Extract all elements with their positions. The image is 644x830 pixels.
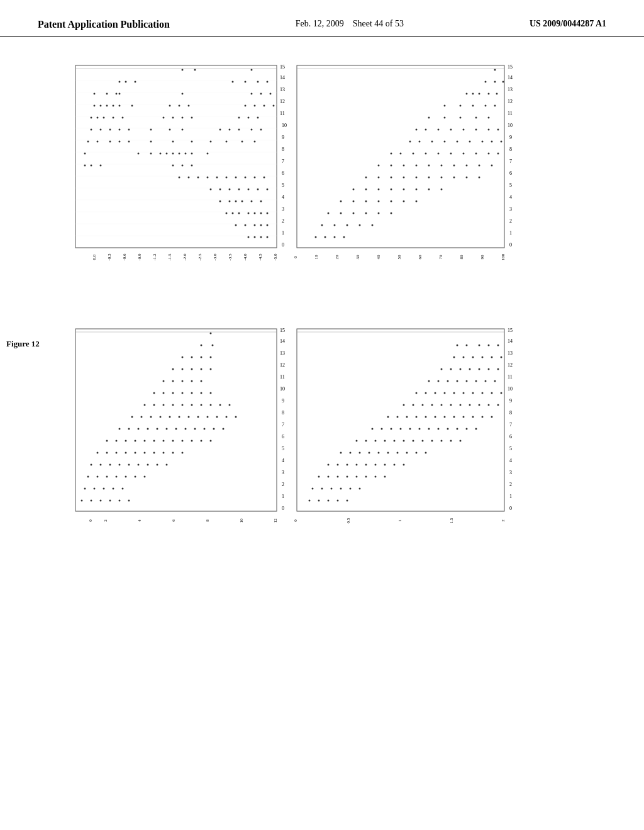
svg-point-107 — [128, 141, 130, 143]
svg-point-290 — [347, 224, 348, 226]
svg-point-517 — [391, 428, 392, 430]
svg-point-505 — [406, 416, 408, 418]
svg-point-241 — [438, 153, 440, 155]
svg-point-287 — [391, 213, 392, 214]
svg-point-151 — [242, 201, 243, 202]
svg-text:12: 12 — [280, 99, 285, 104]
svg-point-378 — [194, 428, 196, 430]
svg-point-289 — [334, 224, 336, 226]
svg-point-565 — [384, 476, 386, 478]
svg-text:6: 6 — [509, 434, 512, 440]
svg-text:8: 8 — [509, 147, 512, 152]
svg-point-416 — [116, 476, 118, 478]
svg-point-576 — [347, 500, 348, 502]
svg-point-351 — [172, 404, 174, 406]
svg-point-391 — [191, 440, 193, 442]
svg-point-137 — [235, 177, 237, 179]
svg-point-138 — [245, 177, 247, 179]
svg-point-126 — [91, 165, 92, 167]
svg-point-332 — [182, 368, 184, 370]
svg-text:20: 20 — [335, 255, 340, 260]
svg-point-56 — [267, 81, 269, 83]
svg-text:0.0: 0.0 — [92, 254, 97, 260]
svg-point-148 — [219, 201, 221, 202]
svg-point-66 — [100, 105, 102, 107]
svg-point-411 — [157, 464, 158, 466]
svg-point-564 — [375, 476, 377, 478]
svg-point-524 — [457, 428, 458, 430]
svg-text:30: 30 — [355, 255, 360, 260]
svg-point-537 — [450, 440, 452, 442]
svg-text:2: 2 — [501, 519, 506, 522]
svg-text:0: 0 — [293, 256, 298, 258]
svg-point-160 — [267, 213, 269, 214]
svg-point-296 — [343, 236, 345, 238]
svg-text:12: 12 — [280, 362, 285, 368]
svg-point-383 — [116, 440, 118, 442]
svg-point-106 — [119, 141, 121, 143]
svg-point-71 — [169, 105, 171, 107]
sheet-info: Sheet 44 of 53 — [353, 19, 404, 28]
svg-rect-431 — [297, 329, 504, 511]
svg-point-496 — [441, 404, 443, 406]
svg-text:-0.6: -0.6 — [122, 253, 127, 261]
svg-point-279 — [391, 201, 392, 202]
svg-text:6: 6 — [282, 434, 284, 440]
svg-point-211 — [460, 105, 462, 107]
svg-point-488 — [472, 392, 474, 394]
svg-text:-2.0: -2.0 — [182, 253, 187, 261]
svg-text:7: 7 — [509, 422, 512, 428]
svg-text:Soil water content (%): Soil water content (%) — [148, 536, 205, 536]
svg-point-390 — [182, 440, 184, 442]
svg-text:1: 1 — [397, 519, 402, 522]
svg-text:12: 12 — [508, 362, 513, 368]
svg-point-553 — [365, 464, 367, 466]
svg-point-89 — [257, 117, 259, 119]
svg-point-509 — [444, 416, 446, 418]
svg-point-551 — [347, 464, 348, 466]
svg-point-349 — [153, 404, 155, 406]
svg-point-88 — [248, 117, 250, 119]
svg-point-221 — [425, 129, 427, 131]
svg-point-357 — [229, 404, 231, 406]
svg-point-235 — [491, 141, 493, 143]
svg-point-534 — [422, 440, 424, 442]
svg-point-264 — [453, 177, 455, 179]
svg-point-528 — [365, 440, 367, 442]
svg-point-146 — [257, 189, 259, 191]
svg-point-477 — [457, 380, 458, 382]
svg-point-574 — [328, 500, 330, 502]
svg-point-97 — [182, 129, 184, 131]
page-header: Patent Application Publication Feb. 12, … — [0, 0, 644, 37]
svg-point-429 — [119, 500, 121, 502]
svg-text:11: 11 — [508, 111, 513, 116]
svg-point-114 — [254, 141, 256, 143]
svg-point-424 — [122, 488, 124, 490]
svg-text:2: 2 — [509, 482, 512, 487]
svg-point-145 — [248, 189, 250, 191]
svg-point-217 — [460, 117, 462, 119]
svg-text:4: 4 — [509, 194, 512, 200]
svg-point-274 — [441, 189, 443, 191]
svg-text:3: 3 — [509, 470, 512, 475]
svg-point-212 — [472, 105, 474, 107]
svg-point-142 — [219, 189, 221, 191]
svg-point-504 — [397, 416, 399, 418]
svg-point-539 — [340, 452, 342, 454]
svg-point-268 — [365, 189, 367, 191]
svg-point-569 — [340, 488, 342, 490]
svg-point-425 — [81, 500, 83, 502]
svg-point-473 — [497, 368, 499, 370]
svg-point-144 — [238, 189, 240, 191]
svg-text:0: 0 — [282, 242, 284, 248]
svg-point-336 — [163, 380, 165, 382]
svg-point-276 — [353, 201, 355, 202]
publication-date-sheet: Feb. 12, 2009 Sheet 44 of 53 — [296, 19, 404, 29]
svg-point-77 — [273, 105, 275, 107]
svg-point-360 — [150, 416, 152, 418]
svg-point-548 — [425, 452, 427, 454]
svg-point-492 — [403, 404, 405, 406]
svg-point-408 — [128, 464, 130, 466]
svg-point-209 — [496, 93, 498, 95]
svg-point-511 — [463, 416, 465, 418]
